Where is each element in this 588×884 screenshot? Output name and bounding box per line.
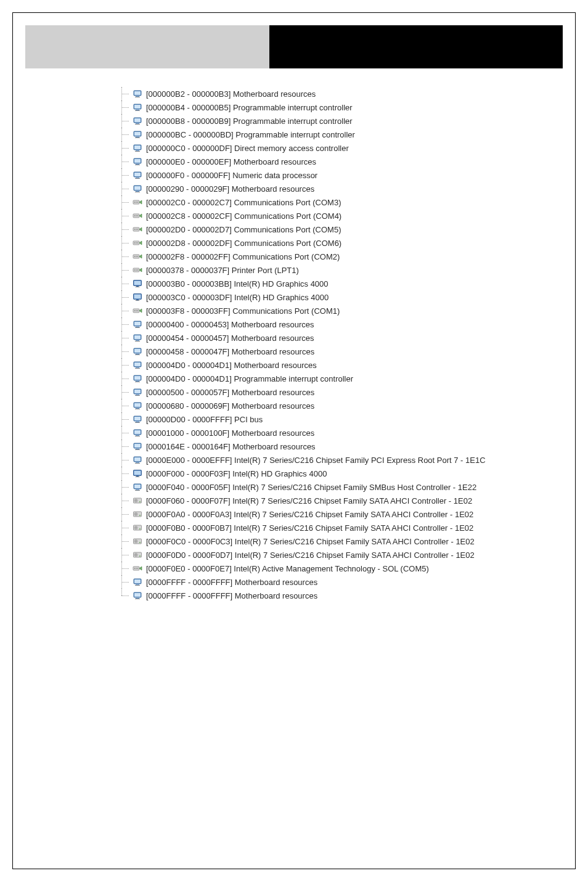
tree-connector (118, 345, 133, 358)
resource-row[interactable]: [00000500 - 0000057F] Motherboard resour… (118, 385, 575, 399)
computer-icon (133, 319, 142, 329)
computer-icon (133, 591, 142, 600)
resource-row[interactable]: [0000F0B0 - 0000F0B7] Intel(R) 7 Series/… (118, 521, 575, 534)
resource-label: [000002C0 - 000002C7] Communications Por… (146, 198, 341, 207)
resource-row[interactable]: [000000B4 - 000000B5] Programmable inter… (118, 100, 575, 114)
resource-row[interactable]: [0000F0E0 - 0000F0E7] Intel(R) Active Ma… (118, 562, 575, 575)
tree-connector (118, 534, 133, 548)
disk-icon (133, 536, 142, 546)
resource-row[interactable]: [000000B8 - 000000B9] Programmable inter… (118, 114, 575, 128)
port-icon (133, 197, 142, 207)
resource-label: [000000B4 - 000000B5] Programmable inter… (146, 103, 353, 112)
resource-row[interactable]: [00000400 - 00000453] Motherboard resour… (118, 317, 575, 331)
port-icon (133, 252, 142, 261)
resource-row[interactable]: [00001000 - 0000100F] Motherboard resour… (118, 426, 575, 440)
tree-connector (118, 562, 133, 575)
computer-icon (133, 346, 142, 356)
computer-icon (133, 455, 142, 465)
tree-connector (118, 372, 133, 385)
tree-connector (118, 589, 133, 602)
resource-row[interactable]: [000002D0 - 000002D7] Communications Por… (118, 223, 575, 236)
tree-connector (118, 155, 133, 168)
resource-row[interactable]: [000000F0 - 000000FF] Numeric data proce… (118, 168, 575, 182)
display-icon (133, 292, 142, 302)
resource-row[interactable]: [000003C0 - 000003DF] Intel(R) HD Graphi… (118, 290, 575, 304)
resource-label: [0000E000 - 0000EFFF] Intel(R) 7 Series/… (146, 456, 486, 465)
tree-connector (118, 453, 133, 467)
resource-row[interactable]: [000002D8 - 000002DF] Communications Por… (118, 236, 575, 250)
resource-label: [00000378 - 0000037F] Printer Port (LPT1… (146, 266, 299, 275)
port-icon (133, 238, 142, 248)
tree-connector (118, 87, 133, 100)
resource-label: [0000F040 - 0000F05F] Intel(R) 7 Series/… (146, 483, 476, 492)
tree-connector (118, 277, 133, 290)
resource-row[interactable]: [000000B2 - 000000B3] Motherboard resour… (118, 87, 575, 100)
tree-connector (118, 494, 133, 507)
port-icon (133, 306, 142, 316)
resource-row[interactable]: [000002C0 - 000002C7] Communications Por… (118, 195, 575, 209)
disk-icon (133, 509, 142, 519)
tree-connector (118, 250, 133, 263)
header-left-panel (25, 25, 269, 68)
port-icon (133, 224, 142, 234)
resource-label: [0000FFFF - 0000FFFF] Motherboard resour… (146, 578, 317, 587)
resource-label: [0000F060 - 0000F07F] Intel(R) 7 Series/… (146, 496, 472, 505)
resource-row[interactable]: [000000BC - 000000BD] Programmable inter… (118, 128, 575, 141)
resource-row[interactable]: [0000F0A0 - 0000F0A3] Intel(R) 7 Series/… (118, 507, 575, 521)
page-frame: [000000B2 - 000000B3] Motherboard resour… (12, 12, 576, 869)
resource-row[interactable]: [000004D0 - 000004D1] Programmable inter… (118, 372, 575, 385)
tree-connector (118, 141, 133, 155)
tree-connector (118, 358, 133, 372)
tree-connector (118, 114, 133, 128)
resource-label: [00000680 - 0000069F] Motherboard resour… (146, 401, 314, 411)
resource-row[interactable]: [0000E000 - 0000EFFF] Intel(R) 7 Series/… (118, 453, 575, 467)
resource-row[interactable]: [00000454 - 00000457] Motherboard resour… (118, 331, 575, 345)
display-icon (133, 469, 142, 478)
resource-row[interactable]: [0000F060 - 0000F07F] Intel(R) 7 Series/… (118, 494, 575, 507)
computer-icon (133, 116, 142, 126)
tree-connector (118, 426, 133, 440)
resource-row[interactable]: [000004D0 - 000004D1] Motherboard resour… (118, 358, 575, 372)
resource-label: [00000458 - 0000047F] Motherboard resour… (146, 347, 314, 356)
resource-row[interactable]: [0000FFFF - 0000FFFF] Motherboard resour… (118, 589, 575, 602)
resource-label: [000003B0 - 000003BB] Intel(R) HD Graphi… (146, 279, 329, 289)
resource-row[interactable]: [00000458 - 0000047F] Motherboard resour… (118, 345, 575, 358)
tree-connector (118, 331, 133, 345)
resource-row[interactable]: [000002F8 - 000002FF] Communications Por… (118, 250, 575, 263)
computer-icon (133, 360, 142, 370)
tree-connector (118, 480, 133, 494)
resource-row[interactable]: [0000FFFF - 0000FFFF] Motherboard resour… (118, 575, 575, 589)
header-bar (25, 25, 563, 68)
resource-row[interactable]: [00000D00 - 0000FFFF] PCI bus (118, 412, 575, 426)
resource-label: [0000F0D0 - 0000F0D7] Intel(R) 7 Series/… (146, 550, 475, 560)
resource-row[interactable]: [0000F000 - 0000F03F] Intel(R) HD Graphi… (118, 467, 575, 480)
resource-row[interactable]: [00000290 - 0000029F] Motherboard resour… (118, 182, 575, 195)
computer-icon (133, 89, 142, 99)
resource-label: [00000290 - 0000029F] Motherboard resour… (146, 184, 314, 194)
device-resource-tree: [000000B2 - 000000B3] Motherboard resour… (13, 68, 575, 602)
resource-row[interactable]: [0000F0D0 - 0000F0D7] Intel(R) 7 Series/… (118, 548, 575, 562)
resource-row[interactable]: [0000164E - 0000164F] Motherboard resour… (118, 440, 575, 453)
tree-connector (118, 128, 133, 141)
resource-row[interactable]: [00000680 - 0000069F] Motherboard resour… (118, 399, 575, 412)
resource-label: [0000164E - 0000164F] Motherboard resour… (146, 442, 316, 451)
computer-icon (133, 129, 142, 139)
resource-label: [000000F0 - 000000FF] Numeric data proce… (146, 171, 317, 180)
resource-row[interactable]: [000003F8 - 000003FF] Communications Por… (118, 304, 575, 317)
resource-row[interactable]: [00000378 - 0000037F] Printer Port (LPT1… (118, 263, 575, 277)
resource-label: [000000E0 - 000000EF] Motherboard resour… (146, 157, 316, 166)
resource-row[interactable]: [000000C0 - 000000DF] Direct memory acce… (118, 141, 575, 155)
resource-row[interactable]: [000000E0 - 000000EF] Motherboard resour… (118, 155, 575, 168)
tree-connector (118, 507, 133, 521)
computer-icon (133, 170, 142, 180)
resource-label: [000002D0 - 000002D7] Communications Por… (146, 225, 341, 234)
resource-row[interactable]: [000003B0 - 000003BB] Intel(R) HD Graphi… (118, 277, 575, 290)
tree-connector (118, 440, 133, 453)
tree-connector (118, 209, 133, 223)
resource-row[interactable]: [0000F0C0 - 0000F0C3] Intel(R) 7 Series/… (118, 534, 575, 548)
computer-icon (133, 184, 142, 194)
computer-icon (133, 387, 142, 397)
resource-row[interactable]: [000002C8 - 000002CF] Communications Por… (118, 209, 575, 223)
resource-row[interactable]: [0000F040 - 0000F05F] Intel(R) 7 Series/… (118, 480, 575, 494)
resource-label: [0000F0E0 - 0000F0E7] Intel(R) Active Ma… (146, 564, 429, 573)
